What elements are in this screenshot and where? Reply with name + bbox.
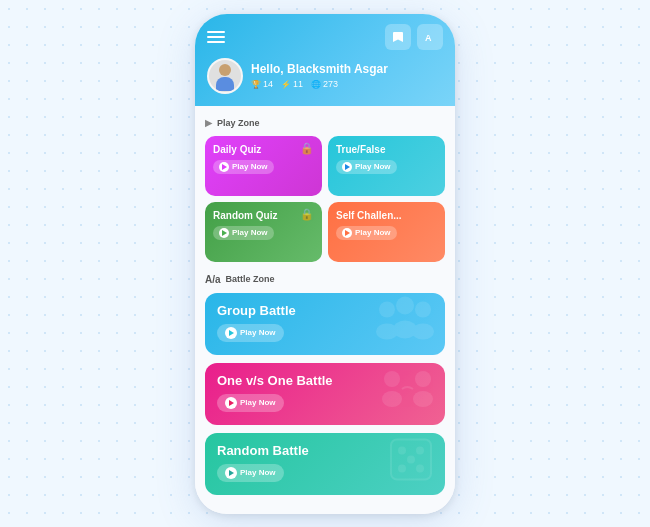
true-false-play-label: Play Now	[355, 162, 391, 171]
one-vs-one-play-btn[interactable]: Play Now	[217, 394, 284, 412]
battle-zone-text: Battle Zone	[226, 274, 275, 284]
random-quiz-play-icon	[219, 228, 229, 238]
random-battle-play-label: Play Now	[240, 468, 276, 477]
svg-point-1	[379, 301, 395, 317]
svg-point-14	[399, 465, 405, 471]
globe-icon: 🌐	[311, 80, 321, 89]
battle-zone-label: A/a Battle Zone	[205, 274, 445, 285]
quiz-grid: Daily Quiz Play Now 🔒 True/False Play No…	[205, 136, 445, 262]
user-info: Hello, Blacksmith Asgar 🏆 14 ⚡ 11 🌐 273	[251, 62, 443, 89]
svg-point-6	[412, 323, 434, 339]
svg-text:A: A	[425, 33, 432, 43]
header-icons: A	[385, 24, 443, 50]
stat-lightning: ⚡ 11	[281, 79, 303, 89]
group-battle-play-icon	[225, 327, 237, 339]
header-top: A	[207, 24, 443, 50]
daily-quiz-title: Daily Quiz	[213, 144, 314, 156]
random-battle-play-icon	[225, 467, 237, 479]
main-content: ▶ Play Zone Daily Quiz Play Now 🔒 True/F…	[195, 106, 455, 514]
one-vs-one-card[interactable]: One v/s One Battle Play Now	[205, 363, 445, 425]
random-quiz-play-btn[interactable]: Play Now	[213, 226, 274, 240]
daily-quiz-play-icon	[219, 162, 229, 172]
self-challenge-play-icon	[342, 228, 352, 238]
daily-quiz-card[interactable]: Daily Quiz Play Now 🔒	[205, 136, 322, 196]
hamburger-menu[interactable]	[207, 31, 225, 43]
daily-quiz-play-btn[interactable]: Play Now	[213, 160, 274, 174]
random-battle-card[interactable]: Random Battle Play Now	[205, 433, 445, 495]
daily-quiz-lock-icon: 🔒	[300, 142, 314, 155]
svg-point-10	[413, 391, 433, 407]
random-quiz-lock-icon: 🔒	[300, 208, 314, 221]
stat-trophy: 🏆 14	[251, 79, 273, 89]
one-vs-one-play-icon	[225, 397, 237, 409]
translate-icon[interactable]: A	[417, 24, 443, 50]
svg-point-5	[415, 301, 431, 317]
group-battle-play-btn[interactable]: Play Now	[217, 324, 284, 342]
svg-point-7	[384, 371, 400, 387]
random-quiz-card[interactable]: Random Quiz Play Now 🔒	[205, 202, 322, 262]
self-challenge-play-label: Play Now	[355, 228, 391, 237]
lightning-icon: ⚡	[281, 80, 291, 89]
true-false-play-icon	[342, 162, 352, 172]
play-zone-text: Play Zone	[217, 118, 260, 128]
random-quiz-play-label: Play Now	[232, 228, 268, 237]
stat-lightning-value: 11	[293, 79, 303, 89]
stat-globe-value: 273	[323, 79, 338, 89]
one-vs-one-illustration	[380, 367, 435, 421]
play-zone-icon: ▶	[205, 118, 212, 128]
play-zone-label: ▶ Play Zone	[205, 118, 445, 128]
daily-quiz-play-label: Play Now	[232, 162, 268, 171]
battle-zone-icon: A/a	[205, 274, 221, 285]
stat-globe: 🌐 273	[311, 79, 338, 89]
header: A Hello, Blacksmith Asgar 🏆 14	[195, 14, 455, 106]
group-battle-card[interactable]: Group Battle Play Now	[205, 293, 445, 355]
stat-trophy-value: 14	[263, 79, 273, 89]
svg-point-8	[382, 391, 402, 407]
true-false-play-btn[interactable]: Play Now	[336, 160, 397, 174]
user-name: Hello, Blacksmith Asgar	[251, 62, 443, 76]
true-false-title: True/False	[336, 144, 437, 156]
svg-point-12	[399, 447, 405, 453]
user-stats: 🏆 14 ⚡ 11 🌐 273	[251, 79, 443, 89]
avatar	[207, 58, 243, 94]
svg-point-16	[408, 456, 414, 462]
self-challenge-title: Self Challen...	[336, 210, 437, 222]
svg-point-15	[417, 465, 423, 471]
random-battle-illustration	[387, 435, 435, 492]
svg-point-3	[396, 296, 414, 314]
bookmark-icon[interactable]	[385, 24, 411, 50]
one-vs-one-play-label: Play Now	[240, 398, 276, 407]
random-quiz-title: Random Quiz	[213, 210, 314, 222]
group-battle-play-label: Play Now	[240, 328, 276, 337]
random-battle-play-btn[interactable]: Play Now	[217, 464, 284, 482]
self-challenge-card[interactable]: Self Challen... Play Now	[328, 202, 445, 262]
true-false-card[interactable]: True/False Play Now	[328, 136, 445, 196]
group-battle-illustration	[375, 295, 435, 352]
user-row: Hello, Blacksmith Asgar 🏆 14 ⚡ 11 🌐 273	[207, 58, 443, 94]
svg-point-13	[417, 447, 423, 453]
self-challenge-play-btn[interactable]: Play Now	[336, 226, 397, 240]
trophy-icon: 🏆	[251, 80, 261, 89]
phone-frame: A Hello, Blacksmith Asgar 🏆 14	[195, 14, 455, 514]
svg-point-9	[415, 371, 431, 387]
